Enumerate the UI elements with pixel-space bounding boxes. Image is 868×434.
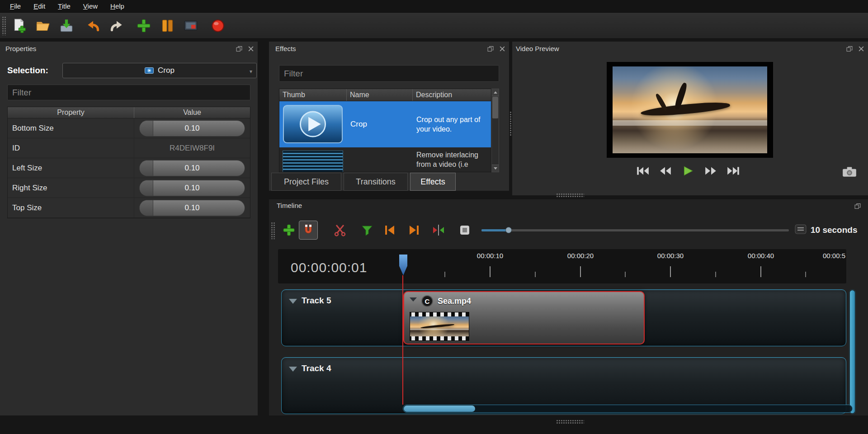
- close-panel-button[interactable]: [857, 46, 865, 52]
- selection-dropdown[interactable]: Crop ▾: [62, 63, 257, 78]
- save-frame-button[interactable]: [841, 165, 858, 178]
- add-track-button[interactable]: [280, 222, 297, 239]
- redo-button[interactable]: [107, 16, 126, 35]
- column-header-thumb[interactable]: Thumb: [279, 89, 347, 101]
- effect-row-crop[interactable]: Crop Crop out any part of your video.: [279, 101, 491, 147]
- camera-icon: [842, 166, 857, 178]
- menu-edit[interactable]: Edit: [27, 0, 52, 12]
- timeline-toolbar-drag-handle[interactable]: [271, 222, 275, 239]
- right-size-slider[interactable]: 0.10: [139, 180, 245, 196]
- arrow-up-icon: [494, 91, 497, 94]
- zoom-fit-button[interactable]: [456, 222, 473, 239]
- float-panel-button[interactable]: [854, 203, 862, 210]
- effect-row-deinterlace[interactable]: Remove interlacing from a video (i.e: [279, 147, 491, 172]
- panel-splitter-handle[interactable]: [556, 193, 584, 197]
- new-project-button[interactable]: [10, 16, 29, 35]
- timeline-ruler[interactable]: 00:00:00:01 00:00:10 00:00:20 00:00:30 0…: [278, 249, 846, 283]
- track-collapse-chevron-icon[interactable]: [289, 299, 297, 304]
- property-row-left-size[interactable]: Left Size 0.10: [8, 158, 250, 178]
- clip-sea-mp4[interactable]: C Sea.mp4: [403, 291, 645, 344]
- panel-splitter-handle[interactable]: [556, 420, 584, 424]
- play-button[interactable]: [679, 165, 697, 177]
- left-size-slider[interactable]: 0.10: [139, 160, 245, 176]
- snapping-toggle-button[interactable]: [299, 221, 318, 240]
- main-toolbar: [0, 13, 868, 39]
- next-marker-icon: [407, 223, 421, 237]
- add-marker-button[interactable]: [359, 222, 376, 239]
- close-panel-button[interactable]: [498, 46, 506, 52]
- ruler-time-label: 00:00:30: [646, 252, 695, 259]
- column-header-value[interactable]: Value: [134, 107, 250, 118]
- menu-help[interactable]: Help: [104, 0, 131, 12]
- razor-tool-button[interactable]: [331, 222, 349, 239]
- ruler-tick: [670, 266, 671, 277]
- property-row-top-size[interactable]: Top Size 0.10: [8, 198, 250, 218]
- magnet-icon: [301, 223, 316, 237]
- float-panel-button[interactable]: [235, 46, 243, 52]
- jump-to-start-button[interactable]: [634, 165, 651, 177]
- effects-scrollbar[interactable]: [491, 89, 499, 172]
- fast-forward-button[interactable]: [702, 165, 719, 177]
- column-header-name[interactable]: Name: [347, 89, 413, 101]
- new-project-icon: [11, 18, 28, 34]
- float-panel-button[interactable]: [486, 46, 495, 52]
- jump-to-end-button[interactable]: [725, 165, 742, 177]
- float-panel-icon: [487, 46, 494, 52]
- import-files-button[interactable]: [134, 16, 153, 35]
- column-header-property[interactable]: Property: [8, 107, 134, 118]
- playhead-marker[interactable]: [399, 255, 407, 275]
- choose-profile-button[interactable]: [158, 16, 177, 35]
- clip-thumbnail-image: [410, 316, 469, 336]
- export-video-button[interactable]: [208, 16, 227, 35]
- scroll-down-button[interactable]: [492, 165, 499, 172]
- play-icon: [681, 166, 695, 176]
- timeline-vertical-scrollbar[interactable]: [849, 289, 856, 414]
- tab-effects[interactable]: Effects: [410, 173, 456, 191]
- clip-chevron-icon[interactable]: [410, 297, 417, 302]
- float-panel-button[interactable]: [845, 46, 854, 52]
- add-track-icon: [282, 223, 296, 237]
- zoom-scale-label[interactable]: 10 seconds: [811, 225, 858, 235]
- timeline-zoom-slider[interactable]: [481, 229, 789, 231]
- tab-project-files[interactable]: Project Files: [271, 173, 341, 191]
- column-header-description[interactable]: Description: [413, 89, 491, 101]
- open-project-button[interactable]: [33, 16, 52, 35]
- clip-effect-badge[interactable]: C: [421, 295, 433, 307]
- previous-marker-button[interactable]: [381, 222, 398, 239]
- properties-filter-input[interactable]: [7, 85, 250, 100]
- undo-button[interactable]: [84, 16, 103, 35]
- playhead-line: [402, 275, 403, 405]
- menu-file[interactable]: File: [4, 0, 27, 12]
- top-size-slider[interactable]: 0.10: [139, 200, 245, 216]
- h-scrollbar-thumb[interactable]: [404, 406, 475, 412]
- driftwood-shape: [420, 323, 454, 329]
- timeline-horizontal-scrollbar[interactable]: [403, 405, 853, 413]
- zoom-slider-thumb[interactable]: [505, 227, 512, 233]
- import-files-icon: [136, 18, 152, 34]
- property-row-bottom-size[interactable]: Bottom Size 0.10: [8, 118, 250, 138]
- track-collapse-chevron-icon[interactable]: [289, 367, 297, 372]
- driftwood-shape: [640, 100, 730, 119]
- scroll-up-button[interactable]: [492, 89, 499, 96]
- id-value: R4DEIW8F9I: [170, 144, 215, 153]
- ruler-tick: [490, 266, 491, 277]
- track-row[interactable]: Track 5 C Sea.mp4: [281, 289, 846, 346]
- toolbar-drag-handle[interactable]: [2, 16, 6, 35]
- bottom-size-slider[interactable]: 0.10: [139, 120, 245, 137]
- menu-title[interactable]: Title: [52, 0, 77, 12]
- export-video-icon: [210, 18, 226, 34]
- tab-transitions[interactable]: Transitions: [344, 173, 408, 191]
- effects-filter-input[interactable]: [279, 65, 499, 82]
- close-panel-button[interactable]: [247, 46, 255, 52]
- property-row-id[interactable]: ID R4DEIW8F9I: [8, 138, 250, 158]
- v-scrollbar-thumb[interactable]: [850, 290, 855, 413]
- open-project-icon: [35, 18, 51, 34]
- next-marker-button[interactable]: [406, 222, 423, 239]
- scrollbar-thumb[interactable]: [492, 97, 498, 118]
- fullscreen-button[interactable]: [181, 16, 200, 35]
- save-project-button[interactable]: [57, 16, 76, 35]
- menu-view[interactable]: View: [77, 0, 104, 12]
- center-playhead-button[interactable]: [430, 222, 447, 239]
- property-row-right-size[interactable]: Right Size 0.10: [8, 178, 250, 198]
- rewind-button[interactable]: [657, 165, 674, 177]
